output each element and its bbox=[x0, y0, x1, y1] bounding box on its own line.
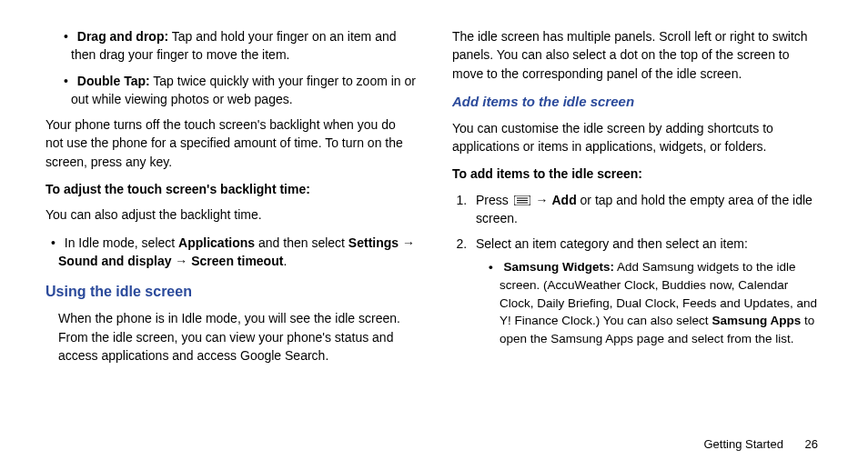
backlight-adjust-para: You can also adjust the backlight time. bbox=[45, 205, 416, 224]
sub-bullet-samsung-widgets: Samsung Widgets: Add Samsung widgets to … bbox=[476, 258, 823, 347]
text-part: and then select bbox=[255, 235, 348, 250]
idle-screen-para: When the phone is in Idle mode, you will… bbox=[58, 309, 416, 365]
page-footer: Getting Started 26 bbox=[703, 436, 818, 454]
footer-page-number: 26 bbox=[805, 437, 818, 451]
step-1: Press → Add or tap and hold the empty ar… bbox=[470, 191, 823, 228]
text-part: . bbox=[283, 254, 287, 268]
bullet-label: Double Tap: bbox=[77, 74, 150, 88]
right-column: The idle screen has multiple panels. Scr… bbox=[452, 27, 823, 374]
arrow: → bbox=[171, 254, 191, 268]
customise-para: You can customise the idle screen by add… bbox=[452, 119, 823, 156]
bullet-label: Drag and drop: bbox=[77, 29, 168, 44]
samsung-apps-label: Samsung Apps bbox=[712, 314, 801, 327]
add-label: Add bbox=[551, 193, 576, 207]
screen-timeout-label: Screen timeout bbox=[191, 254, 283, 268]
arrow: → bbox=[532, 193, 552, 207]
bullet-drag-drop: Drag and drop: Tap and hold your finger … bbox=[58, 27, 416, 65]
arrow: → bbox=[399, 235, 415, 250]
backlight-paragraph: Your phone turns off the touch screen's … bbox=[45, 115, 416, 171]
panels-para: The idle screen has multiple panels. Scr… bbox=[452, 27, 823, 83]
two-column-layout: Drag and drop: Tap and hold your finger … bbox=[45, 27, 823, 374]
left-column: Drag and drop: Tap and hold your finger … bbox=[45, 27, 416, 374]
sound-display-label: Sound and display bbox=[58, 254, 171, 268]
bullet-settings-path: In Idle mode, select Applications and th… bbox=[45, 234, 416, 271]
step-2: Select an item category and then select … bbox=[470, 235, 823, 347]
menu-icon bbox=[514, 195, 530, 205]
samsung-widgets-label: Samsung Widgets: bbox=[504, 260, 614, 274]
step-2-text: Select an item category and then select … bbox=[476, 236, 748, 251]
add-items-subheading: To add items to the idle screen: bbox=[452, 165, 823, 183]
idle-screen-heading: Using the idle screen bbox=[45, 281, 416, 302]
backlight-heading: To adjust the touch screen's backlight t… bbox=[45, 180, 416, 198]
steps-list: Press → Add or tap and hold the empty ar… bbox=[452, 191, 823, 348]
applications-label: Applications bbox=[178, 235, 255, 250]
add-items-heading: Add items to the idle screen bbox=[452, 92, 823, 112]
text-part: Press bbox=[476, 193, 512, 207]
text-part: In Idle mode, select bbox=[65, 235, 178, 250]
footer-section: Getting Started bbox=[703, 437, 782, 451]
settings-label: Settings bbox=[348, 235, 399, 250]
bullet-double-tap: Double Tap: Tap twice quickly with your … bbox=[58, 72, 416, 109]
